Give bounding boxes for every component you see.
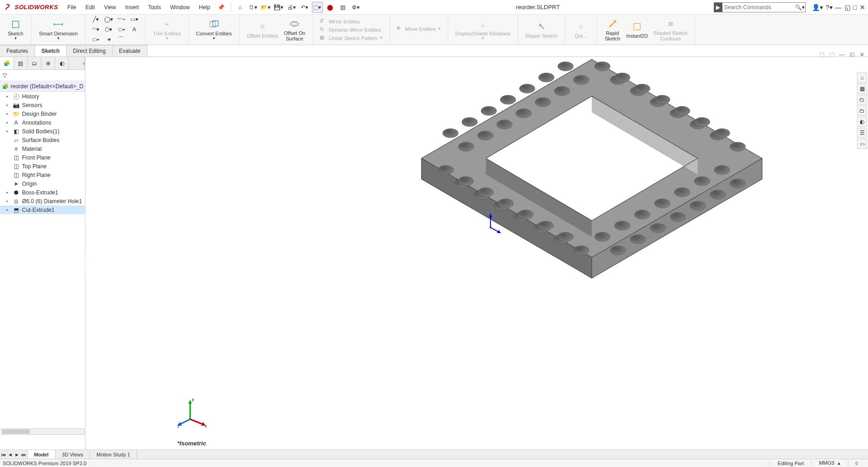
search-input[interactable] (722, 4, 795, 11)
tab-evaluate[interactable]: Evaluate (113, 45, 147, 57)
sidebar-tab-feature-tree[interactable]: 🧩 (0, 57, 14, 69)
sketch-button[interactable]: Sketch▼ (5, 17, 27, 42)
menu-insert[interactable]: Insert (120, 4, 143, 11)
rebuild-icon[interactable]: ⬤ (325, 2, 336, 13)
bottom-tab-3dviews[interactable]: 3D Views (56, 450, 90, 459)
offset-entities-button[interactable]: ◎ Offset Entities (244, 17, 281, 43)
taskpane-view-palette-icon[interactable]: 🗀 (857, 106, 867, 116)
home-icon[interactable]: ⌂ (235, 2, 246, 13)
tree-node-origin[interactable]: ➤Origin (0, 179, 85, 188)
instant2d-button[interactable]: Instant2D (624, 17, 651, 43)
spline-icon[interactable]: 〰▾ (116, 15, 127, 23)
close-icon[interactable]: ✕ (860, 4, 865, 11)
taskpane-design-library-icon[interactable]: ▦ (857, 84, 867, 94)
repair-sketch-button[interactable]: 🔧 Repair Sketch (523, 19, 560, 40)
tree-node-design-binder[interactable]: 📁Design Binder (0, 109, 85, 118)
btab-last-icon[interactable]: ⏭ (21, 452, 26, 457)
sidebar-tab-property[interactable]: ▤ (14, 57, 28, 69)
sidebar-tab-display[interactable]: ◐ (55, 57, 69, 69)
svg-point-23 (539, 73, 554, 82)
search-commands[interactable]: ▶ 🔍▾ (714, 2, 806, 12)
tree-node-material-not-specified-[interactable]: ≡Material (0, 144, 85, 153)
point-icon[interactable]: ·▾ (103, 35, 114, 44)
svg-point-67 (714, 165, 730, 175)
dynamic-mirror-button[interactable]: ⇆Dynamic Mirror Entities (318, 26, 385, 34)
menu-help[interactable]: Help (194, 4, 215, 11)
btab-prev-icon[interactable]: ◄ (8, 452, 13, 457)
sidebar-tab-more[interactable]: › (69, 57, 85, 69)
slot-icon[interactable]: ⬭▾ (90, 35, 101, 44)
sidebar-tab-config[interactable]: 🗂 (28, 57, 41, 69)
tree-node-annotations[interactable]: AAnnotations (0, 118, 85, 127)
save-icon[interactable]: 💾▾ (273, 2, 284, 13)
arc-icon[interactable]: ◠▾ (90, 25, 101, 34)
tree-node-top-plane[interactable]: ◫Top Plane (0, 162, 85, 171)
tree-node-solid-bodies-1-[interactable]: ◧Solid Bodies(1) (0, 127, 85, 136)
bottom-tab-motion[interactable]: Motion Study 1 (90, 450, 137, 459)
tab-sketch[interactable]: Sketch (35, 45, 66, 57)
status-units[interactable]: MMGS ▴ (811, 460, 847, 466)
open-icon[interactable]: 📂▾ (260, 2, 271, 13)
graphics-viewport[interactable]: y x z *Isometric (85, 57, 868, 451)
btab-next-icon[interactable]: ► (14, 452, 19, 457)
quick-snaps-button[interactable]: ◇ Qui... (570, 19, 592, 40)
trim-entities-button[interactable]: ✂ Trim Entities▼ (150, 17, 184, 42)
rapid-sketch-button[interactable]: Rapid Sketch (602, 17, 624, 43)
taskpane-custom-props-icon[interactable]: ☰ (857, 128, 867, 138)
shaded-contours-button[interactable]: ▧ Shaded Sketch Contours (651, 17, 691, 43)
print-icon[interactable]: 🖨▾ (286, 2, 297, 13)
sidebar-scrollbar-horizontal[interactable] (1, 428, 85, 435)
taskpane-appearances-icon[interactable]: ◐ (857, 117, 867, 127)
polygon-icon[interactable]: ⬡▾ (103, 25, 114, 34)
tree-node-cut-extrude1[interactable]: ⬒Cut-Extrude1 (0, 205, 85, 214)
taskpane-file-explorer-icon[interactable]: 🗀 (857, 95, 867, 105)
rectangle-icon[interactable]: ▭▾ (129, 15, 140, 23)
text-icon[interactable]: A (129, 25, 140, 34)
tree-node-front-plane[interactable]: ◫Front Plane (0, 153, 85, 162)
ellipse-icon[interactable]: ⬭▾ (116, 25, 127, 34)
tree-node-right-plane[interactable]: ◫Right Plane (0, 171, 85, 179)
fillet-icon[interactable]: ⌒ (116, 35, 127, 44)
menu-file[interactable]: File (63, 4, 81, 11)
taskpane-home-icon[interactable]: ⌂ (857, 73, 867, 83)
offset-on-surface-button[interactable]: Offset On Surface (281, 17, 308, 43)
tab-direct-editing[interactable]: Direct Editing (67, 45, 113, 57)
display-relations-button[interactable]: ⊥ Display/Delete Relations▼ (453, 17, 513, 42)
menu-view[interactable]: View (100, 4, 121, 11)
new-icon[interactable]: 🗋▾ (248, 2, 259, 13)
line-icon[interactable]: ╱▾ (90, 15, 101, 23)
pin-icon[interactable]: 📌 (216, 2, 227, 13)
tree-node-history[interactable]: 🕘History (0, 92, 85, 101)
restore-icon[interactable]: ◱ (845, 4, 851, 11)
sidebar-tab-dimxpert[interactable]: ⊕ (41, 57, 55, 69)
smart-dimension-button[interactable]: Smart Dimension▼ (36, 17, 80, 42)
help-icon[interactable]: ?▾ (826, 4, 833, 11)
tree-node-surface-bodies[interactable]: ▱Surface Bodies (0, 136, 85, 144)
maximize-icon[interactable]: □ (853, 4, 857, 11)
btab-first-icon[interactable]: ⏮ (1, 452, 6, 457)
undo-icon[interactable]: ↶▾ (299, 2, 310, 13)
taskpane-forum-icon[interactable]: ▭ (857, 139, 867, 149)
move-entities-button[interactable]: ✥Move Entities▼ (395, 25, 443, 33)
circle-icon[interactable]: ◯▾ (103, 15, 114, 23)
convert-entities-button[interactable]: Convert Entities▼ (193, 17, 235, 42)
menu-tools[interactable]: Tools (143, 4, 165, 11)
bottom-tab-model[interactable]: Model (28, 450, 56, 459)
search-icon[interactable]: 🔍▾ (795, 4, 805, 11)
mirror-entities-button[interactable]: ⇵Mirror Entities (318, 18, 385, 25)
minimize-icon[interactable]: — (835, 4, 842, 11)
status-extra-icon[interactable]: ◊ (848, 461, 865, 466)
tab-features[interactable]: Features (0, 45, 35, 57)
tree-node-boss-extrude1[interactable]: ⬢Boss-Extrude1 (0, 188, 85, 197)
filter-icon[interactable]: ▽ (3, 72, 7, 79)
user-icon[interactable]: 👤▾ (812, 4, 823, 11)
menu-edit[interactable]: Edit (81, 4, 100, 11)
linear-pattern-button[interactable]: ▦Linear Sketch Pattern▼ (318, 34, 385, 42)
settings-icon[interactable]: ⚙▾ (350, 2, 361, 13)
tree-node-sensors[interactable]: 📷Sensors (0, 101, 85, 109)
tree-node--6-0-6-diameter-hole1[interactable]: ◎Ø6.0 (6) Diameter Hole1 (0, 197, 85, 205)
tree-root-node[interactable]: 🧩 reorder (Default<<Default>_D (0, 81, 85, 92)
options-icon[interactable]: ▤ (338, 2, 349, 13)
select-icon[interactable]: ⬚▾ (312, 2, 323, 13)
menu-window[interactable]: Window (165, 4, 194, 11)
